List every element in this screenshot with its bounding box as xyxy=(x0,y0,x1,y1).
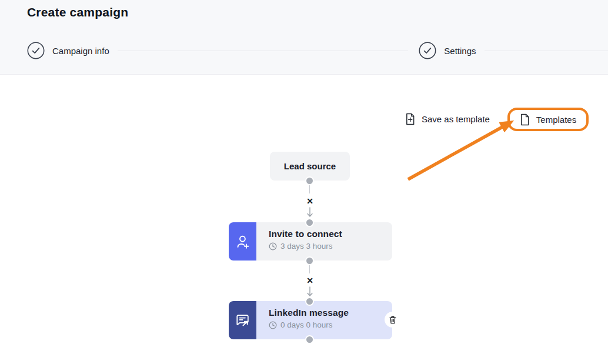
delete-node-button[interactable] xyxy=(385,312,400,328)
save-as-template-button[interactable]: Save as template xyxy=(405,111,490,127)
node-body: Invite to connect 3 days 3 hours xyxy=(256,222,392,261)
node-title: LinkedIn message xyxy=(269,308,392,318)
connector-line xyxy=(309,265,310,273)
connector-remove-button[interactable]: ✕ xyxy=(304,197,316,205)
step-campaign-info[interactable]: Campaign info xyxy=(27,42,109,59)
connector-line xyxy=(309,185,310,193)
templates-label: Templates xyxy=(536,115,576,125)
node-body: LinkedIn message 0 days 0 hours xyxy=(256,301,392,339)
node-delay: 3 days 3 hours xyxy=(269,242,392,251)
connector-dot xyxy=(305,335,314,344)
step-label: Settings xyxy=(444,46,476,56)
connector-dot xyxy=(305,176,314,185)
connector-dot xyxy=(305,218,314,227)
step-label: Campaign info xyxy=(52,46,109,56)
step-settings[interactable]: Settings xyxy=(419,42,476,59)
clock-icon xyxy=(269,321,277,329)
create-campaign-screen: Create campaign Campaign info Settings xyxy=(0,0,608,364)
save-as-template-label: Save as template xyxy=(422,114,490,124)
node-title: Invite to connect xyxy=(269,229,392,239)
step-connector-line xyxy=(118,51,409,51)
arrow-down-icon xyxy=(306,286,313,298)
arrow-down-icon xyxy=(306,207,313,219)
file-plus-icon xyxy=(405,113,415,125)
clock-icon xyxy=(269,242,277,251)
templates-button[interactable]: Templates xyxy=(516,110,580,129)
trash-icon xyxy=(388,315,397,325)
linkedin-message-node[interactable]: LinkedIn message 0 days 0 hours xyxy=(229,301,392,339)
user-plus-icon xyxy=(229,222,256,261)
step-connector-line xyxy=(485,51,608,51)
connector-dot xyxy=(305,297,314,306)
check-icon xyxy=(419,42,436,59)
file-icon xyxy=(520,113,530,126)
check-icon xyxy=(27,42,45,59)
connector-remove-button[interactable]: ✕ xyxy=(304,276,316,285)
lead-source-label: Lead source xyxy=(284,161,336,171)
node-delay-text: 3 days 3 hours xyxy=(280,242,333,251)
connector-dot xyxy=(305,256,314,265)
stepper: Campaign info Settings xyxy=(27,41,608,60)
node-delay-text: 0 days 0 hours xyxy=(280,320,333,329)
node-delay: 0 days 0 hours xyxy=(269,320,392,329)
header: Create campaign Campaign info Settings xyxy=(0,0,608,75)
invite-to-connect-node[interactable]: Invite to connect 3 days 3 hours xyxy=(229,222,392,261)
chat-bubble-arrow-icon xyxy=(229,301,256,339)
page-title: Create campaign xyxy=(27,5,128,19)
templates-highlight-ring: Templates xyxy=(507,108,589,131)
